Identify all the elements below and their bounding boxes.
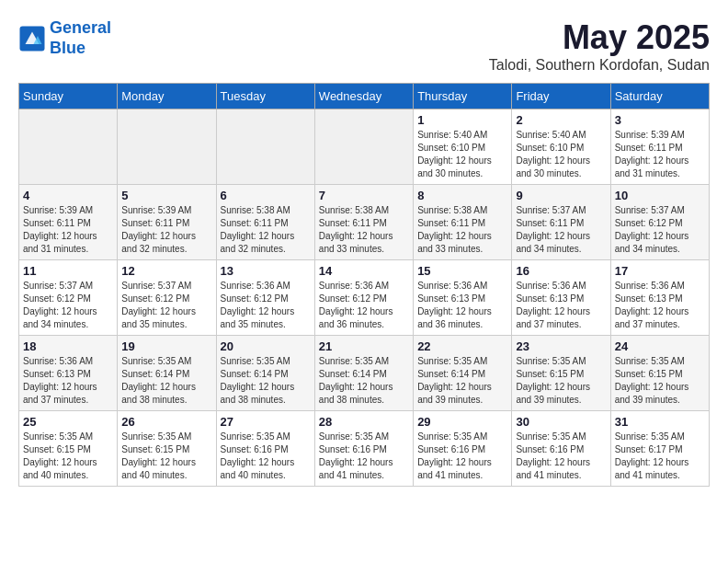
logo-line1: General xyxy=(50,18,111,37)
calendar-cell xyxy=(19,109,118,185)
day-number: 15 xyxy=(417,264,507,278)
calendar-cell: 20Sunrise: 5:35 AM Sunset: 6:14 PM Dayli… xyxy=(216,336,314,411)
day-number: 5 xyxy=(121,189,211,202)
header-tuesday: Tuesday xyxy=(216,84,314,109)
day-number: 16 xyxy=(516,264,606,278)
calendar-body: 1Sunrise: 5:40 AM Sunset: 6:10 PM Daylig… xyxy=(19,109,710,487)
calendar-cell: 29Sunrise: 5:35 AM Sunset: 6:16 PM Dayli… xyxy=(414,411,512,487)
day-number: 11 xyxy=(23,264,113,278)
calendar-cell: 3Sunrise: 5:39 AM Sunset: 6:11 PM Daylig… xyxy=(610,109,709,185)
calendar-cell: 6Sunrise: 5:38 AM Sunset: 6:11 PM Daylig… xyxy=(216,185,314,260)
day-info: Sunrise: 5:35 AM Sunset: 6:16 PM Dayligh… xyxy=(516,431,606,482)
day-info: Sunrise: 5:37 AM Sunset: 6:12 PM Dayligh… xyxy=(121,280,211,331)
calendar-cell: 23Sunrise: 5:35 AM Sunset: 6:15 PM Dayli… xyxy=(512,336,610,411)
calendar-cell: 21Sunrise: 5:35 AM Sunset: 6:14 PM Dayli… xyxy=(314,336,413,411)
header-monday: Monday xyxy=(118,84,216,109)
day-number: 17 xyxy=(615,264,705,278)
calendar-cell: 11Sunrise: 5:37 AM Sunset: 6:12 PM Dayli… xyxy=(19,260,118,336)
day-info: Sunrise: 5:36 AM Sunset: 6:13 PM Dayligh… xyxy=(23,355,113,407)
week-row-1: 1Sunrise: 5:40 AM Sunset: 6:10 PM Daylig… xyxy=(19,109,710,185)
day-info: Sunrise: 5:37 AM Sunset: 6:11 PM Dayligh… xyxy=(516,204,606,256)
calendar-cell: 15Sunrise: 5:36 AM Sunset: 6:13 PM Dayli… xyxy=(414,260,512,336)
day-info: Sunrise: 5:40 AM Sunset: 6:10 PM Dayligh… xyxy=(417,129,507,180)
day-info: Sunrise: 5:35 AM Sunset: 6:15 PM Dayligh… xyxy=(121,431,211,482)
day-number: 25 xyxy=(23,415,113,429)
day-number: 26 xyxy=(121,415,211,429)
day-info: Sunrise: 5:39 AM Sunset: 6:11 PM Dayligh… xyxy=(23,204,113,256)
header-friday: Friday xyxy=(512,84,610,109)
calendar-cell: 16Sunrise: 5:36 AM Sunset: 6:13 PM Dayli… xyxy=(512,260,610,336)
header-saturday: Saturday xyxy=(610,84,709,109)
day-info: Sunrise: 5:35 AM Sunset: 6:16 PM Dayligh… xyxy=(319,431,409,482)
day-info: Sunrise: 5:35 AM Sunset: 6:14 PM Dayligh… xyxy=(221,355,311,407)
day-number: 1 xyxy=(417,113,507,127)
calendar-cell: 17Sunrise: 5:36 AM Sunset: 6:13 PM Dayli… xyxy=(610,260,709,336)
calendar-cell xyxy=(314,109,413,185)
calendar-cell: 7Sunrise: 5:38 AM Sunset: 6:11 PM Daylig… xyxy=(314,185,413,260)
day-info: Sunrise: 5:35 AM Sunset: 6:14 PM Dayligh… xyxy=(319,355,409,407)
calendar-cell: 1Sunrise: 5:40 AM Sunset: 6:10 PM Daylig… xyxy=(414,109,512,185)
day-info: Sunrise: 5:36 AM Sunset: 6:13 PM Dayligh… xyxy=(615,280,705,331)
day-info: Sunrise: 5:35 AM Sunset: 6:14 PM Dayligh… xyxy=(121,355,211,407)
calendar-table: Sunday Monday Tuesday Wednesday Thursday… xyxy=(18,83,710,487)
header-row: Sunday Monday Tuesday Wednesday Thursday… xyxy=(19,84,710,109)
day-number: 19 xyxy=(121,339,211,353)
day-info: Sunrise: 5:39 AM Sunset: 6:11 PM Dayligh… xyxy=(121,204,211,256)
day-number: 23 xyxy=(516,339,606,353)
calendar-cell: 4Sunrise: 5:39 AM Sunset: 6:11 PM Daylig… xyxy=(19,185,118,260)
day-number: 4 xyxy=(23,189,113,202)
calendar-cell: 25Sunrise: 5:35 AM Sunset: 6:15 PM Dayli… xyxy=(19,411,118,487)
day-info: Sunrise: 5:36 AM Sunset: 6:12 PM Dayligh… xyxy=(221,280,311,331)
calendar-cell: 18Sunrise: 5:36 AM Sunset: 6:13 PM Dayli… xyxy=(19,336,118,411)
page-header: General Blue May 2025 Talodi, Southern K… xyxy=(18,18,710,74)
day-number: 12 xyxy=(121,264,211,278)
day-info: Sunrise: 5:36 AM Sunset: 6:13 PM Dayligh… xyxy=(417,280,507,331)
day-info: Sunrise: 5:38 AM Sunset: 6:11 PM Dayligh… xyxy=(417,204,507,256)
day-number: 27 xyxy=(221,415,311,429)
day-number: 9 xyxy=(516,189,606,202)
calendar-cell: 24Sunrise: 5:35 AM Sunset: 6:15 PM Dayli… xyxy=(610,336,709,411)
day-info: Sunrise: 5:35 AM Sunset: 6:15 PM Dayligh… xyxy=(615,355,705,407)
day-number: 10 xyxy=(615,189,705,202)
day-number: 13 xyxy=(221,264,311,278)
calendar-cell: 22Sunrise: 5:35 AM Sunset: 6:14 PM Dayli… xyxy=(414,336,512,411)
header-thursday: Thursday xyxy=(414,84,512,109)
logo-text: General Blue xyxy=(50,18,111,58)
day-number: 8 xyxy=(417,189,507,202)
day-number: 29 xyxy=(417,415,507,429)
logo-line2: Blue xyxy=(50,39,85,57)
calendar-cell: 5Sunrise: 5:39 AM Sunset: 6:11 PM Daylig… xyxy=(118,185,216,260)
day-info: Sunrise: 5:35 AM Sunset: 6:15 PM Dayligh… xyxy=(516,355,606,407)
logo: General Blue xyxy=(18,18,111,58)
week-row-4: 18Sunrise: 5:36 AM Sunset: 6:13 PM Dayli… xyxy=(19,336,710,411)
calendar-cell: 9Sunrise: 5:37 AM Sunset: 6:11 PM Daylig… xyxy=(512,185,610,260)
day-number: 20 xyxy=(221,339,311,353)
calendar-cell: 8Sunrise: 5:38 AM Sunset: 6:11 PM Daylig… xyxy=(414,185,512,260)
week-row-5: 25Sunrise: 5:35 AM Sunset: 6:15 PM Dayli… xyxy=(19,411,710,487)
day-info: Sunrise: 5:35 AM Sunset: 6:14 PM Dayligh… xyxy=(417,355,507,407)
day-info: Sunrise: 5:35 AM Sunset: 6:16 PM Dayligh… xyxy=(221,431,311,482)
day-info: Sunrise: 5:38 AM Sunset: 6:11 PM Dayligh… xyxy=(319,204,409,256)
calendar-cell: 2Sunrise: 5:40 AM Sunset: 6:10 PM Daylig… xyxy=(512,109,610,185)
day-info: Sunrise: 5:39 AM Sunset: 6:11 PM Dayligh… xyxy=(615,129,705,180)
day-info: Sunrise: 5:36 AM Sunset: 6:13 PM Dayligh… xyxy=(516,280,606,331)
day-number: 3 xyxy=(615,113,705,127)
day-info: Sunrise: 5:38 AM Sunset: 6:11 PM Dayligh… xyxy=(221,204,311,256)
day-info: Sunrise: 5:35 AM Sunset: 6:15 PM Dayligh… xyxy=(23,431,113,482)
day-number: 21 xyxy=(319,339,409,353)
calendar-cell: 14Sunrise: 5:36 AM Sunset: 6:12 PM Dayli… xyxy=(314,260,413,336)
day-info: Sunrise: 5:40 AM Sunset: 6:10 PM Dayligh… xyxy=(516,129,606,180)
day-number: 7 xyxy=(319,189,409,202)
title-block: May 2025 Talodi, Southern Kordofan, Suda… xyxy=(489,18,710,74)
calendar-cell xyxy=(118,109,216,185)
day-number: 31 xyxy=(615,415,705,429)
calendar-cell: 28Sunrise: 5:35 AM Sunset: 6:16 PM Dayli… xyxy=(314,411,413,487)
day-number: 2 xyxy=(516,113,606,127)
calendar-header: Sunday Monday Tuesday Wednesday Thursday… xyxy=(19,84,710,109)
day-number: 28 xyxy=(319,415,409,429)
calendar-cell: 19Sunrise: 5:35 AM Sunset: 6:14 PM Dayli… xyxy=(118,336,216,411)
day-number: 6 xyxy=(221,189,311,202)
day-info: Sunrise: 5:35 AM Sunset: 6:16 PM Dayligh… xyxy=(417,431,507,482)
calendar-cell xyxy=(216,109,314,185)
calendar-cell: 30Sunrise: 5:35 AM Sunset: 6:16 PM Dayli… xyxy=(512,411,610,487)
